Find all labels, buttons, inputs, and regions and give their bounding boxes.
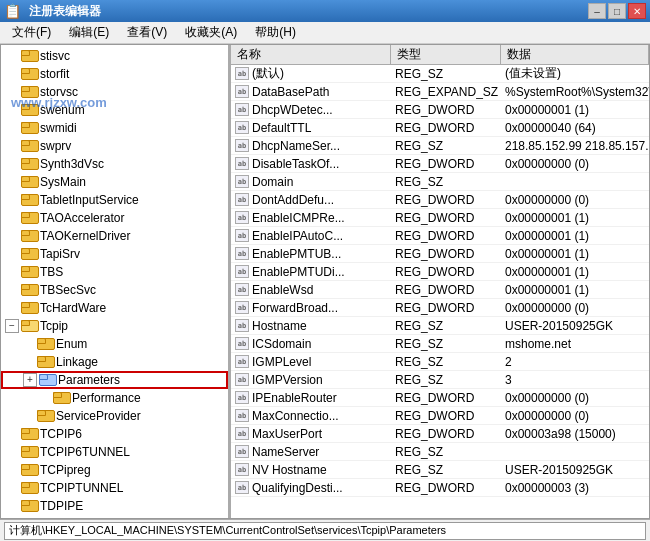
column-header-name[interactable]: 名称 (231, 45, 391, 64)
tree-item-TCPIP6[interactable]: TCPIP6 (1, 425, 228, 443)
cell-type: REG_SZ (391, 355, 501, 369)
tree-item-Performance[interactable]: Performance (1, 389, 228, 407)
tree-item-TapiSrv[interactable]: TapiSrv (1, 245, 228, 263)
tree-item-TCPipreg[interactable]: TCPipreg (1, 461, 228, 479)
table-row[interactable]: abQualifyingDesti...REG_DWORD0x00000003 … (231, 479, 649, 497)
tree-item-SysMain[interactable]: SysMain (1, 173, 228, 191)
table-row[interactable]: abIPEnableRouterREG_DWORD0x00000000 (0) (231, 389, 649, 407)
tree-item-swprv[interactable]: swprv (1, 137, 228, 155)
tree-label-SysMain: SysMain (40, 175, 86, 189)
tree-label-TapiSrv: TapiSrv (40, 247, 80, 261)
registry-value-icon: ab (235, 463, 249, 476)
expand-icon-swmidi (5, 121, 19, 135)
tree-item-ServiceProvider[interactable]: ServiceProvider (1, 407, 228, 425)
table-row[interactable]: abDataBasePathREG_EXPAND_SZ%SystemRoot%\… (231, 83, 649, 101)
tree-item-storfit[interactable]: storfit (1, 65, 228, 83)
table-row[interactable]: abMaxUserPortREG_DWORD0x00003a98 (15000) (231, 425, 649, 443)
table-row[interactable]: abNV HostnameREG_SZUSER-20150925GK (231, 461, 649, 479)
menu-view[interactable]: 查看(V) (119, 22, 175, 43)
tree-label-swmidi: swmidi (40, 121, 77, 135)
registry-value-icon: ab (235, 139, 249, 152)
folder-icon-TAOAccelerator (21, 212, 37, 226)
cell-name: abHostname (231, 319, 391, 333)
table-row[interactable]: abNameServerREG_SZ (231, 443, 649, 461)
tree-item-stisvc[interactable]: stisvc (1, 47, 228, 65)
registry-value-icon: ab (235, 157, 249, 170)
table-row[interactable]: abMaxConnectio...REG_DWORD0x00000000 (0) (231, 407, 649, 425)
table-row[interactable]: abEnablePMTUB...REG_DWORD0x00000001 (1) (231, 245, 649, 263)
table-row[interactable]: abDefaultTTLREG_DWORD0x00000040 (64) (231, 119, 649, 137)
tree-item-TAOKernelDriver[interactable]: TAOKernelDriver (1, 227, 228, 245)
folder-icon-stisvc (21, 50, 37, 64)
registry-values-table[interactable]: ab(默认)REG_SZ(值未设置)abDataBasePathREG_EXPA… (231, 65, 649, 518)
tree-item-Enum[interactable]: Enum (1, 335, 228, 353)
tree-item-TAOAccelerator[interactable]: TAOAccelerator (1, 209, 228, 227)
menu-help[interactable]: 帮助(H) (247, 22, 304, 43)
expand-icon-stisvc (5, 49, 19, 63)
column-header-data[interactable]: 数据 (501, 45, 649, 64)
tree-item-swmidi[interactable]: swmidi (1, 119, 228, 137)
registry-value-icon: ab (235, 427, 249, 440)
table-row[interactable]: abEnableICMPRe...REG_DWORD0x00000001 (1) (231, 209, 649, 227)
expand-icon-TCPIPTUNNEL (5, 481, 19, 495)
tree-item-Synth3dVsc[interactable]: Synth3dVsc (1, 155, 228, 173)
tree-item-TDTCP[interactable]: TDTCP (1, 515, 228, 518)
table-row[interactable]: ab(默认)REG_SZ(值未设置) (231, 65, 649, 83)
tree-item-TCPIPTUNNEL[interactable]: TCPIPTUNNEL (1, 479, 228, 497)
registry-value-icon: ab (235, 481, 249, 494)
cell-data: 0x00000001 (1) (501, 229, 649, 243)
registry-tree[interactable]: www.rjzxw.com stisvcstorfitstorvscswenum… (1, 45, 231, 518)
table-row[interactable]: abHostnameREG_SZUSER-20150925GK (231, 317, 649, 335)
table-row[interactable]: abDhcpNameSer...REG_SZ218.85.152.99 218.… (231, 137, 649, 155)
close-button[interactable]: ✕ (628, 3, 646, 19)
tree-item-storvsc[interactable]: storvsc (1, 83, 228, 101)
tree-item-TCPIP6TUNNEL[interactable]: TCPIP6TUNNEL (1, 443, 228, 461)
table-row[interactable]: abEnablePMTUDi...REG_DWORD0x00000001 (1) (231, 263, 649, 281)
expand-icon-Parameters[interactable]: + (23, 373, 37, 387)
cell-type: REG_DWORD (391, 391, 501, 405)
registry-value-icon: ab (235, 391, 249, 404)
cell-name: abDontAddDefu... (231, 193, 391, 207)
tree-item-TcHardWare[interactable]: TcHardWare (1, 299, 228, 317)
registry-value-icon: ab (235, 301, 249, 314)
table-row[interactable]: abEnableIPAutoC...REG_DWORD0x00000001 (1… (231, 227, 649, 245)
column-header-type[interactable]: 类型 (391, 45, 501, 64)
cell-data: USER-20150925GK (501, 319, 649, 333)
menu-file[interactable]: 文件(F) (4, 22, 59, 43)
minimize-button[interactable]: – (588, 3, 606, 19)
tree-label-TBSecSvc: TBSecSvc (40, 283, 96, 297)
cell-data: USER-20150925GK (501, 463, 649, 477)
table-header: 名称 类型 数据 (231, 45, 649, 65)
table-row[interactable]: abDhcpWDetec...REG_DWORD0x00000001 (1) (231, 101, 649, 119)
tree-item-swenum[interactable]: swenum (1, 101, 228, 119)
tree-item-Parameters[interactable]: +Parameters (1, 371, 228, 389)
table-row[interactable]: abICSdomainREG_SZmshome.net (231, 335, 649, 353)
tree-item-Linkage[interactable]: Linkage (1, 353, 228, 371)
cell-name: abIPEnableRouter (231, 391, 391, 405)
registry-value-icon: ab (235, 337, 249, 350)
table-row[interactable]: abDomainREG_SZ (231, 173, 649, 191)
table-row[interactable]: abDontAddDefu...REG_DWORD0x00000000 (0) (231, 191, 649, 209)
table-row[interactable]: abForwardBroad...REG_DWORD0x00000000 (0) (231, 299, 649, 317)
tree-item-TBS[interactable]: TBS (1, 263, 228, 281)
menu-edit[interactable]: 编辑(E) (61, 22, 117, 43)
expand-icon-Tcpip[interactable]: − (5, 319, 19, 333)
cell-type: REG_DWORD (391, 193, 501, 207)
cell-data: 0x00000000 (0) (501, 391, 649, 405)
expand-icon-storfit (5, 67, 19, 81)
table-row[interactable]: abDisableTaskOf...REG_DWORD0x00000000 (0… (231, 155, 649, 173)
cell-name: abForwardBroad... (231, 301, 391, 315)
table-row[interactable]: abIGMPLevelREG_SZ2 (231, 353, 649, 371)
cell-name: abEnableIPAutoC... (231, 229, 391, 243)
folder-icon-TapiSrv (21, 248, 37, 262)
menu-favorites[interactable]: 收藏夹(A) (177, 22, 245, 43)
tree-item-TBSecSvc[interactable]: TBSecSvc (1, 281, 228, 299)
table-row[interactable]: abIGMPVersionREG_SZ3 (231, 371, 649, 389)
registry-value-icon: ab (235, 193, 249, 206)
tree-item-Tcpip[interactable]: −Tcpip (1, 317, 228, 335)
maximize-button[interactable]: □ (608, 3, 626, 19)
table-row[interactable]: abEnableWsdREG_DWORD0x00000001 (1) (231, 281, 649, 299)
cell-data: 0x00000001 (1) (501, 211, 649, 225)
tree-item-TDPIPE[interactable]: TDPIPE (1, 497, 228, 515)
tree-item-TabletInputService[interactable]: TabletInputService (1, 191, 228, 209)
